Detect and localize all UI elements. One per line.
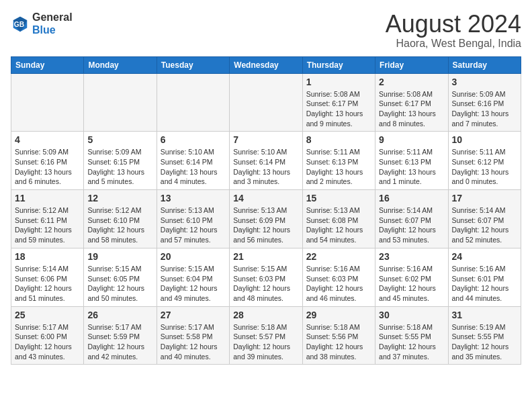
day-info: Sunrise: 5:15 AM Sunset: 6:04 PM Dayligh… [161,264,226,304]
day-info: Sunrise: 5:11 AM Sunset: 6:12 PM Dayligh… [452,147,517,187]
header-row: Sunday Monday Tuesday Wednesday Thursday… [11,56,521,73]
calendar-cell: 29Sunrise: 5:18 AM Sunset: 5:56 PM Dayli… [302,306,375,365]
day-number: 4 [15,134,80,145]
day-info: Sunrise: 5:18 AM Sunset: 5:57 PM Dayligh… [233,322,298,362]
day-number: 31 [452,310,517,320]
day-number: 7 [233,134,298,145]
day-info: Sunrise: 5:09 AM Sunset: 6:15 PM Dayligh… [87,147,152,187]
day-info: Sunrise: 5:17 AM Sunset: 6:00 PM Dayligh… [15,322,80,362]
day-info: Sunrise: 5:17 AM Sunset: 5:59 PM Dayligh… [87,322,152,362]
day-info: Sunrise: 5:16 AM Sunset: 6:02 PM Dayligh… [379,264,444,304]
day-number: 2 [379,77,444,87]
calendar-week-3: 11Sunrise: 5:12 AM Sunset: 6:11 PM Dayli… [11,190,521,248]
calendar-week-2: 4Sunrise: 5:09 AM Sunset: 6:16 PM Daylig… [11,132,521,190]
calendar-cell [11,73,84,132]
day-info: Sunrise: 5:17 AM Sunset: 5:58 PM Dayligh… [161,322,226,362]
day-info: Sunrise: 5:11 AM Sunset: 6:13 PM Dayligh… [379,147,444,187]
header-tuesday: Tuesday [157,56,229,73]
day-number: 28 [233,310,298,320]
calendar-cell: 23Sunrise: 5:16 AM Sunset: 6:02 PM Dayli… [375,248,448,306]
day-info: Sunrise: 5:08 AM Sunset: 6:17 PM Dayligh… [306,89,371,129]
day-info: Sunrise: 5:09 AM Sunset: 6:16 PM Dayligh… [452,89,517,129]
calendar-cell: 6Sunrise: 5:10 AM Sunset: 6:14 PM Daylig… [157,132,229,190]
calendar-cell: 26Sunrise: 5:17 AM Sunset: 5:59 PM Dayli… [84,306,157,365]
header-friday: Friday [375,56,448,73]
calendar-cell: 11Sunrise: 5:12 AM Sunset: 6:11 PM Dayli… [11,190,84,248]
calendar-cell [157,73,229,132]
day-info: Sunrise: 5:14 AM Sunset: 6:07 PM Dayligh… [452,205,517,245]
calendar-cell: 17Sunrise: 5:14 AM Sunset: 6:07 PM Dayli… [448,190,521,248]
calendar-cell: 13Sunrise: 5:13 AM Sunset: 6:10 PM Dayli… [157,190,229,248]
calendar-cell: 3Sunrise: 5:09 AM Sunset: 6:16 PM Daylig… [448,73,521,132]
subtitle: Haora, West Bengal, India [386,38,521,50]
logo-icon: GB [11,14,30,33]
day-info: Sunrise: 5:18 AM Sunset: 5:55 PM Dayligh… [379,322,444,362]
day-info: Sunrise: 5:12 AM Sunset: 6:10 PM Dayligh… [87,205,152,245]
header-thursday: Thursday [302,56,375,73]
day-number: 30 [379,310,444,320]
calendar-cell: 4Sunrise: 5:09 AM Sunset: 6:16 PM Daylig… [11,132,84,190]
calendar-cell: 28Sunrise: 5:18 AM Sunset: 5:57 PM Dayli… [230,306,302,365]
calendar-cell: 25Sunrise: 5:17 AM Sunset: 6:00 PM Dayli… [11,306,84,365]
calendar-cell: 24Sunrise: 5:16 AM Sunset: 6:01 PM Dayli… [448,248,521,306]
day-number: 9 [379,134,444,145]
day-info: Sunrise: 5:16 AM Sunset: 6:01 PM Dayligh… [452,264,517,304]
day-number: 6 [161,134,226,145]
day-number: 1 [306,77,371,87]
day-number: 23 [379,251,444,262]
calendar-cell: 8Sunrise: 5:11 AM Sunset: 6:13 PM Daylig… [302,132,375,190]
calendar-cell [84,73,157,132]
calendar-body: 1Sunrise: 5:08 AM Sunset: 6:17 PM Daylig… [11,73,521,365]
day-number: 17 [452,193,517,203]
logo-text-general: General [32,11,73,24]
header-saturday: Saturday [448,56,521,73]
day-info: Sunrise: 5:19 AM Sunset: 5:55 PM Dayligh… [452,322,517,362]
day-number: 10 [452,134,517,145]
calendar-table: Sunday Monday Tuesday Wednesday Thursday… [11,56,521,365]
day-number: 5 [87,134,152,145]
day-info: Sunrise: 5:14 AM Sunset: 6:06 PM Dayligh… [15,264,80,304]
day-number: 19 [87,251,152,262]
day-number: 3 [452,77,517,87]
day-number: 22 [306,251,371,262]
day-number: 16 [379,193,444,203]
day-info: Sunrise: 5:15 AM Sunset: 6:03 PM Dayligh… [233,264,298,304]
main-title: August 2024 [386,11,521,38]
calendar-cell: 21Sunrise: 5:15 AM Sunset: 6:03 PM Dayli… [230,248,302,306]
calendar-cell [230,73,302,132]
calendar-week-5: 25Sunrise: 5:17 AM Sunset: 6:00 PM Dayli… [11,306,521,365]
day-number: 8 [306,134,371,145]
calendar-cell: 7Sunrise: 5:10 AM Sunset: 6:14 PM Daylig… [230,132,302,190]
calendar-cell: 18Sunrise: 5:14 AM Sunset: 6:06 PM Dayli… [11,248,84,306]
calendar-cell: 5Sunrise: 5:09 AM Sunset: 6:15 PM Daylig… [84,132,157,190]
calendar-cell: 20Sunrise: 5:15 AM Sunset: 6:04 PM Dayli… [157,248,229,306]
logo-text-blue: Blue [32,24,73,36]
day-info: Sunrise: 5:13 AM Sunset: 6:10 PM Dayligh… [161,205,226,245]
day-number: 25 [15,310,80,320]
calendar-cell: 16Sunrise: 5:14 AM Sunset: 6:07 PM Dayli… [375,190,448,248]
day-info: Sunrise: 5:16 AM Sunset: 6:03 PM Dayligh… [306,264,371,304]
day-number: 18 [15,251,80,262]
day-number: 11 [15,193,80,203]
title-block: August 2024 Haora, West Bengal, India [386,11,521,50]
calendar-cell: 14Sunrise: 5:13 AM Sunset: 6:09 PM Dayli… [230,190,302,248]
calendar-cell: 31Sunrise: 5:19 AM Sunset: 5:55 PM Dayli… [448,306,521,365]
svg-text:GB: GB [14,21,24,28]
calendar-cell: 12Sunrise: 5:12 AM Sunset: 6:10 PM Dayli… [84,190,157,248]
calendar-cell: 2Sunrise: 5:08 AM Sunset: 6:17 PM Daylig… [375,73,448,132]
calendar-cell: 10Sunrise: 5:11 AM Sunset: 6:12 PM Dayli… [448,132,521,190]
day-number: 24 [452,251,517,262]
day-info: Sunrise: 5:10 AM Sunset: 6:14 PM Dayligh… [161,147,226,187]
day-number: 20 [161,251,226,262]
day-number: 13 [161,193,226,203]
day-number: 21 [233,251,298,262]
page-header: GB General Blue August 2024 Haora, West … [11,11,521,50]
calendar-header: Sunday Monday Tuesday Wednesday Thursday… [11,56,521,73]
day-info: Sunrise: 5:13 AM Sunset: 6:09 PM Dayligh… [233,205,298,245]
day-info: Sunrise: 5:13 AM Sunset: 6:08 PM Dayligh… [306,205,371,245]
calendar-cell: 19Sunrise: 5:15 AM Sunset: 6:05 PM Dayli… [84,248,157,306]
day-info: Sunrise: 5:10 AM Sunset: 6:14 PM Dayligh… [233,147,298,187]
day-info: Sunrise: 5:08 AM Sunset: 6:17 PM Dayligh… [379,89,444,129]
day-info: Sunrise: 5:12 AM Sunset: 6:11 PM Dayligh… [15,205,80,245]
logo: GB General Blue [11,11,73,36]
